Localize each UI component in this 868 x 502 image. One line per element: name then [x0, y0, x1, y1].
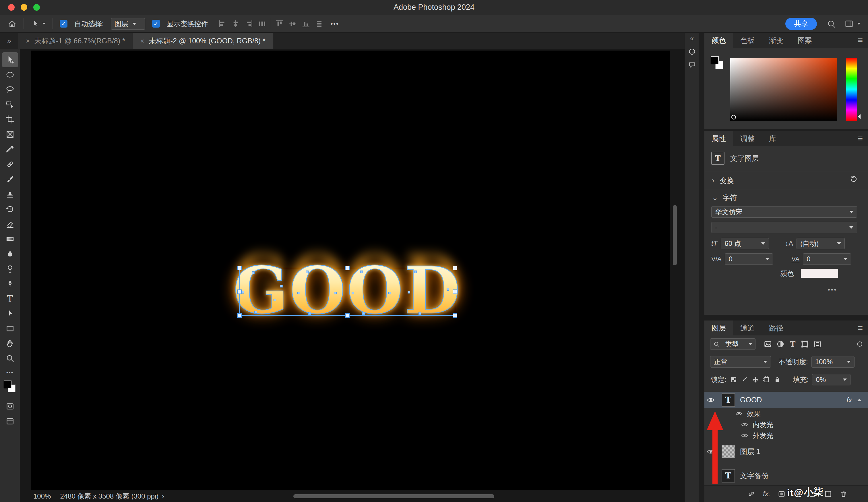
eye-icon[interactable] [741, 422, 748, 427]
fill-dropdown[interactable]: 0% [812, 374, 850, 386]
expand-chevron-icon[interactable]: › [712, 176, 714, 185]
tool-zoom[interactable] [2, 351, 18, 366]
transform-handle[interactable] [237, 266, 242, 270]
panel-menu-icon[interactable]: ≡ [858, 320, 868, 336]
show-transform-checkbox[interactable]: ✓ [152, 20, 160, 28]
tab-layers[interactable]: 图层 [704, 320, 733, 336]
tool-object-selection[interactable] [2, 97, 18, 112]
foreground-color-swatch[interactable] [711, 56, 719, 64]
tool-hand[interactable] [2, 336, 18, 351]
search-icon[interactable] [827, 19, 836, 29]
kerning-dropdown[interactable]: 0 [725, 253, 773, 265]
layer-thumbnail-pixel[interactable] [722, 445, 735, 458]
tool-dodge[interactable] [2, 262, 18, 276]
new-layer-icon[interactable] [824, 490, 832, 498]
filter-type-layers-icon[interactable]: T [789, 340, 796, 348]
transform-section-header[interactable]: › 变换 [712, 176, 734, 185]
filter-pixel-layers-icon[interactable] [764, 340, 772, 348]
transform-handle[interactable] [237, 313, 242, 318]
lock-transparency-icon[interactable] [730, 376, 737, 383]
tab-adjustments[interactable]: 调整 [733, 131, 762, 146]
tool-lasso[interactable] [2, 82, 18, 97]
filter-adjustment-layers-icon[interactable] [776, 340, 785, 348]
document-tab-2[interactable]: × 未标题-2 @ 100% (GOOD, RGB/8) * [133, 33, 273, 49]
layer-thumbnail-text[interactable]: T [722, 393, 735, 407]
panel-menu-icon[interactable]: ≡ [858, 131, 868, 146]
hue-slider-marker[interactable] [858, 114, 860, 119]
tab-gradients[interactable]: 渐变 [762, 33, 790, 48]
auto-select-checkbox[interactable]: ✓ [60, 20, 68, 28]
share-button[interactable]: 共享 [785, 18, 817, 30]
tool-spot-healing[interactable] [2, 157, 18, 172]
tool-eyedropper[interactable] [2, 142, 18, 157]
workspace-icon[interactable] [845, 19, 854, 29]
comments-panel-icon[interactable] [688, 61, 696, 69]
transform-handle[interactable] [345, 313, 350, 318]
tool-brush[interactable] [2, 172, 18, 187]
filter-toggle[interactable] [857, 341, 862, 347]
transform-handle[interactable] [453, 289, 457, 294]
lock-pixels-icon[interactable] [741, 376, 748, 383]
panel-fg-bg-colors[interactable] [711, 56, 725, 71]
text-object-GOOD[interactable]: GOOD GOOD GOOD GOOD GOOD [239, 268, 455, 316]
filter-smart-objects-icon[interactable] [813, 340, 822, 348]
tool-type[interactable]: T [2, 291, 18, 306]
anchor-point[interactable] [418, 312, 421, 315]
chevron-down-icon[interactable] [857, 23, 860, 25]
zoom-window-button[interactable] [33, 4, 40, 11]
hue-slider[interactable] [846, 58, 857, 121]
reset-transform-icon[interactable] [850, 175, 858, 183]
layer-name[interactable]: GOOD [740, 396, 762, 404]
font-size-dropdown[interactable]: 60 点 [721, 238, 769, 249]
collapse-panels-icon[interactable]: « [690, 34, 694, 42]
layer-row-text-backup[interactable]: T 文字备份 [704, 468, 868, 484]
align-top-icon[interactable] [275, 19, 284, 29]
layer-row-good[interactable]: T GOOD fx [704, 392, 868, 408]
transform-handle[interactable] [453, 266, 457, 270]
tab-color[interactable]: 颜色 [704, 33, 733, 48]
align-center-vertical-icon[interactable] [288, 19, 297, 29]
foreground-background-colors[interactable] [3, 380, 17, 394]
blend-mode-dropdown[interactable]: 正常 [710, 356, 771, 368]
tool-eraser[interactable] [2, 216, 18, 232]
effect-outer-glow-row[interactable]: 外发光 [704, 430, 868, 441]
tool-clone-stamp[interactable] [2, 187, 18, 202]
vertical-scrollbar[interactable] [673, 205, 677, 265]
distribute-horizontal-icon[interactable] [258, 19, 267, 29]
opacity-dropdown[interactable]: 100% [812, 356, 855, 368]
tab-libraries[interactable]: 库 [762, 131, 783, 146]
quick-mask-button[interactable] [2, 399, 18, 414]
tool-crop[interactable] [2, 112, 18, 127]
align-left-icon[interactable] [218, 19, 227, 29]
leading-dropdown[interactable]: (自动) [796, 238, 845, 249]
tool-rectangle[interactable] [2, 321, 18, 336]
anchor-point[interactable] [306, 270, 309, 273]
anchor-point[interactable] [362, 312, 365, 315]
history-panel-icon[interactable] [688, 48, 696, 56]
anchor-point[interactable] [254, 311, 257, 314]
foreground-color-swatch[interactable] [4, 380, 11, 388]
document-tab-1[interactable]: × 未标题-1 @ 66.7%(RGB/8) * [18, 33, 133, 49]
effect-inner-glow-row[interactable]: 内发光 [704, 419, 868, 430]
anchor-point[interactable] [414, 270, 417, 273]
character-section-header[interactable]: ⌄ 字符 [712, 193, 737, 203]
layer-row-layer1[interactable]: 图层 1 [704, 443, 868, 460]
anchor-point[interactable] [447, 288, 449, 291]
document-canvas[interactable]: GOOD GOOD GOOD GOOD GOOD [31, 51, 670, 490]
tool-frame[interactable] [2, 127, 18, 142]
lock-all-icon[interactable] [774, 376, 781, 383]
properties-more-button[interactable]: ••• [828, 286, 837, 294]
anchor-point[interactable] [252, 272, 255, 274]
anchor-point[interactable] [280, 285, 283, 287]
transform-handle[interactable] [453, 313, 457, 318]
font-style-dropdown[interactable]: - [711, 222, 857, 233]
close-icon[interactable]: × [26, 37, 30, 45]
tool-gradient[interactable] [2, 232, 18, 246]
anchor-point[interactable] [273, 299, 276, 301]
filter-shape-layers-icon[interactable] [800, 340, 809, 348]
align-bottom-icon[interactable] [301, 19, 311, 29]
align-right-icon[interactable] [244, 19, 254, 29]
zoom-level[interactable]: 100% [33, 492, 51, 500]
anchor-point[interactable] [407, 291, 410, 294]
tool-blur[interactable] [2, 246, 18, 262]
